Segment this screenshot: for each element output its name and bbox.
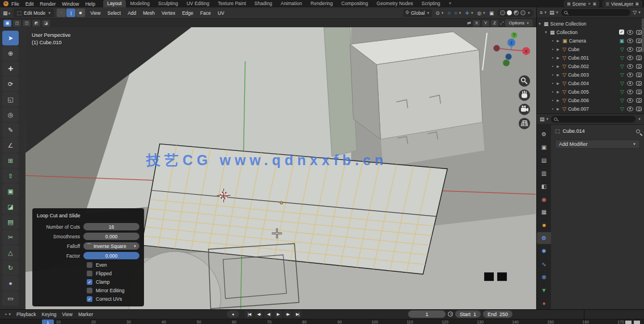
properties-tab-particles[interactable]: ✱ [537, 245, 551, 257]
shading-dropdown-icon[interactable]: ▼ [527, 11, 531, 15]
disable-in-renders-icon[interactable] [636, 39, 642, 43]
menu-edit[interactable]: Edit [26, 1, 34, 7]
play-button[interactable]: ▶ [274, 310, 282, 318]
workspace-tab-uv-editing[interactable]: UV Editing [183, 0, 213, 7]
outliner-row-scene-collection[interactable]: ▼▦Scene Collection [537, 19, 644, 28]
hide-in-viewport-icon[interactable] [627, 98, 633, 103]
new-scene-icon[interactable]: ▣ [593, 2, 597, 6]
disclosure-collapsed-icon[interactable]: ▶ [557, 73, 561, 77]
workspace-tab-sculpting[interactable]: Sculpting [154, 0, 182, 7]
properties-options-icon[interactable]: ▼ [638, 117, 641, 121]
menu-render[interactable]: Render [40, 1, 56, 7]
new-layer-icon[interactable]: ▣ [635, 2, 639, 6]
timeline-menu-keying[interactable]: Keying [42, 312, 57, 317]
outliner-row-cube-005[interactable]: •▶▽Cube.005▽ [537, 87, 644, 96]
hide-in-viewport-icon[interactable] [627, 64, 633, 69]
workspace-tab-+[interactable]: + [445, 0, 456, 7]
disable-in-renders-icon[interactable] [636, 56, 642, 60]
rendered-shading-button[interactable] [520, 10, 526, 15]
select-difference-icon[interactable]: ◩ [32, 20, 40, 27]
cursor-tool[interactable]: ⊕ [2, 46, 19, 61]
workspace-tab-layout[interactable]: Layout [103, 0, 126, 7]
properties-tab-world[interactable]: ◉ [537, 193, 551, 205]
viewport-menu-add[interactable]: Add [128, 10, 136, 16]
solid-shading-button[interactable] [507, 10, 512, 15]
editor-type-icon[interactable]: ▦▼ [3, 10, 11, 16]
workspace-tab-compositing[interactable]: Compositing [337, 0, 372, 7]
disclosure-collapsed-icon[interactable]: ▶ [557, 39, 561, 43]
annotate-tool[interactable]: ✎ [2, 123, 19, 137]
jump-to-end-button[interactable]: ▶| [293, 310, 302, 318]
pin-icon[interactable] [636, 129, 640, 133]
loop-cut-tool[interactable]: ▤ [2, 214, 19, 229]
collection-checkbox[interactable]: ✓ [619, 30, 624, 35]
select-intersect-icon[interactable]: ◪ [42, 20, 50, 27]
timeline-menu-marker[interactable]: Marker [78, 312, 93, 317]
checkbox-even[interactable] [87, 262, 92, 268]
hide-in-viewport-icon[interactable] [627, 30, 633, 35]
move-tool[interactable]: ✚ [2, 61, 19, 76]
mirror-x-button[interactable]: X [473, 20, 480, 27]
viewport-menu-view[interactable]: View [90, 10, 100, 16]
viewport-menu-mesh[interactable]: Mesh [143, 10, 155, 16]
orientation-dropdown[interactable]: ⟐ Global ▼ [403, 9, 432, 17]
hide-in-viewport-icon[interactable] [627, 107, 633, 111]
hide-in-viewport-icon[interactable] [627, 81, 633, 86]
properties-tab-physics[interactable]: ∿ [537, 258, 551, 270]
inset-faces-tool[interactable]: ▣ [2, 184, 19, 199]
spin-tool[interactable]: ↻ [2, 260, 19, 275]
edge-slide-tool[interactable]: ▭ [2, 291, 19, 306]
workspace-tab-scripting[interactable]: Scripting [418, 0, 444, 7]
properties-tab-output[interactable]: ▤ [537, 154, 551, 166]
add-cube-tool[interactable]: ⊞ [2, 153, 19, 168]
add-modifier-button[interactable]: Add Modifier ▼ [555, 140, 640, 149]
viewport-menu-select[interactable]: Select [108, 10, 121, 16]
smoothness-field[interactable]: 0.000 [83, 233, 139, 240]
disable-in-renders-icon[interactable] [636, 98, 642, 103]
timeline-menu-view[interactable]: View [62, 312, 73, 317]
overlays-toggle-icon[interactable]: ◎▼ [477, 10, 486, 16]
checkbox-flipped[interactable] [87, 271, 92, 276]
menu-help[interactable]: Help [85, 1, 95, 7]
disclosure-expanded-icon[interactable]: ▼ [538, 22, 542, 26]
viewport-menu-uv[interactable]: UV [218, 10, 224, 16]
outliner-row-cube-003[interactable]: •▶▽Cube.003▽ [537, 70, 644, 79]
poly-build-tool[interactable]: △ [2, 245, 19, 260]
timeline-editor-type-icon[interactable]: ◔▼ [4, 312, 11, 317]
mode-dropdown[interactable]: ⬚ Edit Mode ▼ [14, 9, 54, 17]
select-subtract-icon[interactable]: ◫ [23, 20, 31, 27]
timeline-ruler[interactable]: 1 10203040506070809010011012013014015016… [0, 319, 644, 324]
outliner-display-mode-icon[interactable]: ▤▼ [549, 10, 558, 15]
blender-logo-icon[interactable] [3, 1, 9, 6]
extrude-region-tool[interactable]: ⇧ [2, 169, 19, 183]
material-shading-button[interactable] [514, 10, 519, 15]
outliner-row-cube-004[interactable]: •▶▽Cube.004▽ [537, 79, 644, 87]
hide-in-viewport-icon[interactable] [627, 47, 633, 52]
zoom-button[interactable] [519, 75, 530, 87]
properties-tab-view-layer[interactable]: ▥ [537, 167, 551, 179]
outliner-row-cube-002[interactable]: •▶▽Cube.002▽ [537, 62, 644, 70]
select-extend-icon[interactable]: ◫ [13, 20, 21, 27]
mirror-z-button[interactable]: Z [491, 20, 498, 27]
face-select-button[interactable]: ■ [76, 9, 85, 17]
properties-tab-material[interactable]: ● [537, 297, 551, 309]
factor-slider[interactable]: 0.000 [83, 252, 139, 259]
disclosure-collapsed-icon[interactable]: ▶ [557, 56, 561, 60]
scene-selector[interactable]: ▦ Scene ✕ ▣ [564, 1, 599, 7]
menu-file[interactable]: File [11, 1, 19, 7]
properties-tab-collection[interactable]: ▦ [537, 207, 551, 218]
disclosure-collapsed-icon[interactable]: ▶ [557, 47, 561, 51]
jump-to-start-button[interactable]: |◀ [245, 310, 253, 318]
workspace-tab-modeling[interactable]: Modeling [126, 0, 154, 7]
workspace-tab-shading[interactable]: Shading [251, 0, 276, 7]
workspace-tab-geometry-nodes[interactable]: Geometry Nodes [372, 0, 417, 7]
current-frame-field[interactable]: 1 [408, 310, 446, 318]
timeline-menu-playback[interactable]: Playback [16, 312, 36, 317]
pan-hand-button[interactable] [519, 90, 530, 101]
smooth-tool[interactable]: ● [2, 276, 19, 291]
previous-keyframe-button[interactable]: ◀• [255, 310, 263, 318]
options-button[interactable]: Options ▼ [505, 19, 533, 27]
properties-tab-modifiers[interactable]: ⚙ [537, 232, 551, 244]
close-icon[interactable]: ✕ [588, 2, 591, 6]
outliner-filter-funnel-icon[interactable]: ▽▼ [633, 10, 641, 15]
